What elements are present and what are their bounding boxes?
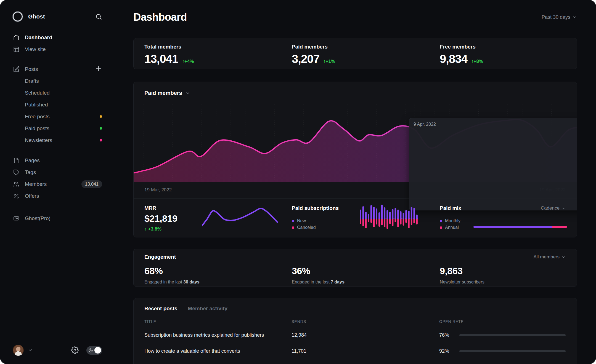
sidebar-item-label: Free posts [25,114,50,120]
recent-posts-panel: Recent posts Member activity TITLE SENDS… [133,298,577,364]
sidebar-item-label: Posts [25,66,38,72]
sidebar-item-newsletters[interactable]: Newsletters [13,134,102,146]
stat-value: 9,834 [440,52,467,66]
tab-member-activity[interactable]: Member activity [188,306,227,312]
sidebar-item-drafts[interactable]: Drafts [13,75,102,87]
sidebar-item-pages[interactable]: Pages [13,154,102,166]
sidebar-item-label: Tags [25,169,36,175]
up-arrow-icon: ↑ [323,59,326,64]
chevron-down-icon[interactable] [28,347,33,353]
paid-posts-dot [100,127,102,130]
sidebar-item-label: Ghost(Pro) [25,215,51,221]
engagement-caption-bold: 30 days [183,280,200,284]
chart-start-date: 19 Mar, 2022 [144,187,172,193]
tab-recent-posts[interactable]: Recent posts [144,306,177,312]
date-range-dropdown[interactable]: Past 30 days [542,14,577,20]
engagement-caption: Engaged in the last [144,280,182,284]
engagement-caption: Engaged in the last [292,280,330,284]
toggle-knob [94,347,101,354]
cadence-dropdown[interactable]: Cadence [541,205,566,211]
chevron-down-icon [561,206,566,210]
monthly-dot [440,220,442,222]
all-members-dropdown[interactable]: All members [534,254,566,260]
settings-gear-icon[interactable] [71,346,79,354]
page-title: Dashboard [133,11,187,23]
paid-mix-section: Paid mix Cadence Monthly Annual [433,199,577,237]
dark-mode-toggle[interactable] [86,346,102,355]
table-row[interactable]: How to create a valuable offer that conv… [134,343,577,359]
sidebar-item-label: Scheduled [25,90,50,96]
ghost-admin-window: Ghost Dashboard View site Posts [0,0,596,364]
sidebar-item-label: Dashboard [25,34,52,41]
annual-segment [552,226,567,228]
edit-icon [13,66,20,73]
engagement-value: 9,863 [440,266,577,276]
legend-label: Canceled [297,225,316,230]
members-filter-label: All members [534,254,560,260]
sidebar-item-label: Members [25,181,47,187]
page-icon [13,157,20,164]
page-header: Dashboard Past 30 days [133,10,577,24]
engagement-value: 36% [292,266,433,276]
chevron-down-icon[interactable] [186,91,190,95]
stat-total-members: Total members 13,041 ↑+4% [134,38,282,69]
engagement-value: 68% [144,266,282,276]
table-header: TITLE SENDS OPEN RATE [134,319,577,327]
engagement-30-days: 68% Engaged in the last30 days [134,264,282,285]
sidebar-item-tags[interactable]: Tags [13,166,102,178]
sidebar-item-view-site[interactable]: View site [13,43,102,55]
engagement-caption-bold: 7 days [331,280,345,284]
legend-label: New [297,218,306,223]
monthly-segment [473,226,552,228]
sidebar-item-members[interactable]: Members 13,041 [13,178,102,190]
stat-value: 13,041 [144,52,178,66]
stat-paid-members: Paid members 3,207 ↑+1% [282,38,433,69]
paid-mix-split-bar [473,226,567,228]
add-post-icon[interactable] [95,65,102,73]
free-posts-dot [100,115,102,118]
newsletters-dot [100,139,102,141]
layout-icon [13,46,20,53]
stat-label: Free members [440,44,577,50]
stat-delta: +8% [474,59,483,64]
sidebar-item-label: Pages [25,157,40,164]
sidebar-item-label: Newsletters [25,137,52,143]
table-row[interactable]: Subscription business metrics explained … [134,327,577,343]
stat-label: Total members [144,44,282,50]
legend-label: Monthly [445,218,460,223]
chevron-down-icon [561,255,566,259]
post-title: How to create a valuable offer that conv… [144,348,292,354]
legend-label: Annual [445,225,459,230]
column-title: TITLE [144,319,292,324]
paid-subscriptions-section: Paid subscriptions New Canceled [282,199,433,237]
column-open-rate: OPEN RATE [439,319,566,324]
sidebar-item-free-posts[interactable]: Free posts [13,111,102,122]
user-avatar[interactable] [13,345,24,356]
up-arrow-icon: ↑ [471,59,474,64]
paid-members-chart[interactable]: 9 Apr, 2022 3,719 Paid members [134,105,577,182]
members-count-badge: 13,041 [81,180,102,188]
paid-subscriptions-bar-chart [360,202,419,229]
search-icon[interactable] [95,13,102,20]
newsletter-subscribers: 9,863 Newsletter subscribers [433,264,577,285]
open-rate-value: 92% [439,348,459,354]
sidebar-item-dashboard[interactable]: Dashboard [13,31,102,43]
ghost-logo[interactable] [13,12,23,22]
stat-delta: +1% [326,59,335,64]
paid-mix-title: Paid mix [440,205,461,211]
post-sends: 12,984 [292,332,439,338]
mrr-delta-value: +3.8% [148,226,161,232]
sidebar-item-label: Offers [25,193,39,199]
sidebar-item-paid-posts[interactable]: Paid posts [13,122,102,134]
tooltip-date: 9 Apr, 2022 [414,122,577,127]
stat-free-members: Free members 9,834 ↑+8% [433,38,577,69]
engagement-title: Engagement [144,254,176,260]
engagement-7-days: 36% Engaged in the last7 days [282,264,433,285]
sidebar-item-ghost-pro[interactable]: Ghost(Pro) [13,212,102,224]
sidebar-item-posts[interactable]: Posts [13,63,102,75]
sidebar-item-scheduled[interactable]: Scheduled [13,87,102,99]
sidebar: Ghost Dashboard View site Posts [0,0,113,364]
post-sends: 11,701 [292,348,439,354]
sidebar-item-offers[interactable]: Offers [13,190,102,202]
sidebar-item-published[interactable]: Published [13,99,102,111]
